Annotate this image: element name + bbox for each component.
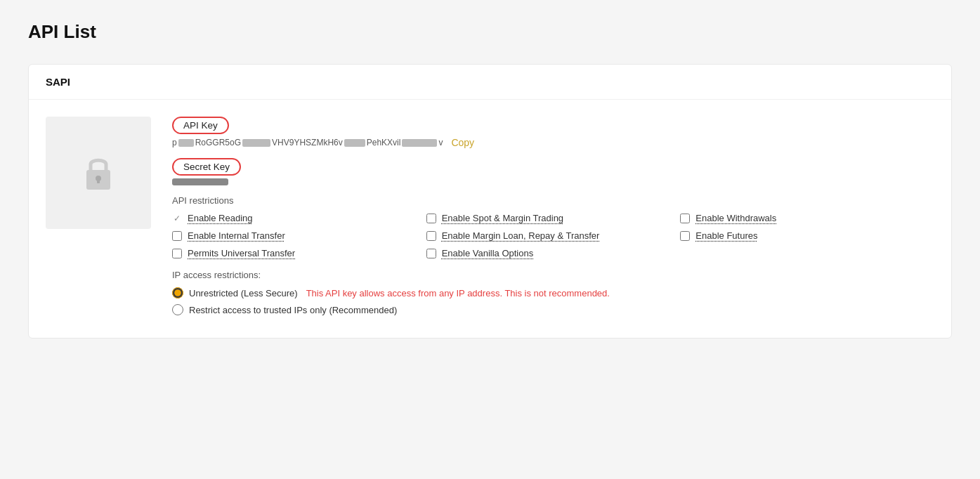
api-card: SAPI API Key <box>28 64 952 339</box>
enable-vanilla-options-label: Enable Vanilla Options <box>442 248 534 258</box>
restriction-enable-withdrawals: Enable Withdrawals <box>680 213 934 223</box>
blur2 <box>242 139 270 147</box>
empty-cell <box>680 248 934 258</box>
restrictions-section: API restrictions ✓ Enable Reading Enable… <box>172 195 934 258</box>
ip-restrictions-section: IP access restrictions: Unrestricted (Le… <box>172 270 934 315</box>
api-key-label-container: API Key <box>172 117 229 134</box>
restrict-radio-row: Restrict access to trusted IPs only (Rec… <box>172 304 934 315</box>
api-key-value: p RoGGR5oG VHV9YHSZMkH6v PehKXvil v <box>172 138 443 147</box>
page-container: API List SAPI API Key <box>0 0 980 479</box>
unrestricted-radio-row: Unrestricted (Less Secure) This API key … <box>172 287 934 298</box>
api-key-value-row: p RoGGR5oG VHV9YHSZMkH6v PehKXvil v Copy <box>172 137 934 148</box>
restrictions-grid: ✓ Enable Reading Enable Spot & Margin Tr… <box>172 213 934 258</box>
restriction-enable-reading: ✓ Enable Reading <box>172 213 426 223</box>
restriction-enable-vanilla-options: Enable Vanilla Options <box>426 248 681 258</box>
enable-futures-checkbox[interactable] <box>680 231 690 241</box>
enable-internal-transfer-label: Enable Internal Transfer <box>188 230 285 241</box>
enable-margin-loan-checkbox[interactable] <box>426 231 436 241</box>
permits-universal-transfer-checkbox[interactable] <box>172 249 182 258</box>
lock-icon-box <box>46 117 151 229</box>
secret-key-row: Secret Key <box>172 158 934 185</box>
secret-key-label: Secret Key <box>172 158 241 176</box>
enable-spot-margin-checkbox[interactable] <box>426 214 436 223</box>
unrestricted-radio[interactable] <box>172 287 183 298</box>
restriction-enable-spot-margin: Enable Spot & Margin Trading <box>426 213 681 223</box>
secret-key-label-container: Secret Key <box>172 158 241 176</box>
restriction-enable-internal-transfer: Enable Internal Transfer <box>172 230 426 241</box>
card-header: SAPI <box>29 65 951 100</box>
restrictions-label: API restrictions <box>172 195 934 206</box>
svg-rect-2 <box>97 178 100 183</box>
page-title: API List <box>28 21 952 43</box>
ip-restrictions-label: IP access restrictions: <box>172 270 934 280</box>
restriction-permits-universal-transfer: Permits Universal Transfer <box>172 248 426 258</box>
checkmark-icon: ✓ <box>172 214 182 223</box>
enable-withdrawals-checkbox[interactable] <box>680 214 690 223</box>
unrestricted-warning: This API key allows access from any IP a… <box>306 288 610 298</box>
lock-icon <box>81 152 116 194</box>
secret-key-value <box>172 178 228 185</box>
api-key-label: API Key <box>172 117 229 134</box>
permits-universal-transfer-label: Permits Universal Transfer <box>188 248 295 258</box>
enable-futures-label: Enable Futures <box>695 230 757 241</box>
blur3 <box>344 139 365 147</box>
restriction-enable-futures: Enable Futures <box>680 230 934 241</box>
enable-withdrawals-label: Enable Withdrawals <box>695 213 776 223</box>
enable-margin-loan-label: Enable Margin Loan, Repay & Transfer <box>442 230 600 241</box>
copy-button[interactable]: Copy <box>451 137 474 148</box>
restrict-radio[interactable] <box>172 304 183 315</box>
blur1 <box>178 139 194 147</box>
enable-vanilla-options-checkbox[interactable] <box>426 249 436 258</box>
restrict-label[interactable]: Restrict access to trusted IPs only (Rec… <box>189 305 397 315</box>
unrestricted-label[interactable]: Unrestricted (Less Secure) <box>189 288 298 298</box>
blur4 <box>402 139 437 147</box>
enable-reading-label: Enable Reading <box>188 213 253 223</box>
enable-spot-margin-label: Enable Spot & Margin Trading <box>442 213 563 223</box>
card-body: API Key p RoGGR5oG VHV9YHSZMkH6v PehKXvi… <box>29 100 951 338</box>
secret-key-value-row <box>172 178 934 185</box>
restriction-enable-margin-loan: Enable Margin Loan, Repay & Transfer <box>426 230 681 241</box>
api-key-row: API Key p RoGGR5oG VHV9YHSZMkH6v PehKXvi… <box>172 117 934 148</box>
key-info: API Key p RoGGR5oG VHV9YHSZMkH6v PehKXvi… <box>172 117 934 321</box>
enable-internal-transfer-checkbox[interactable] <box>172 231 182 241</box>
